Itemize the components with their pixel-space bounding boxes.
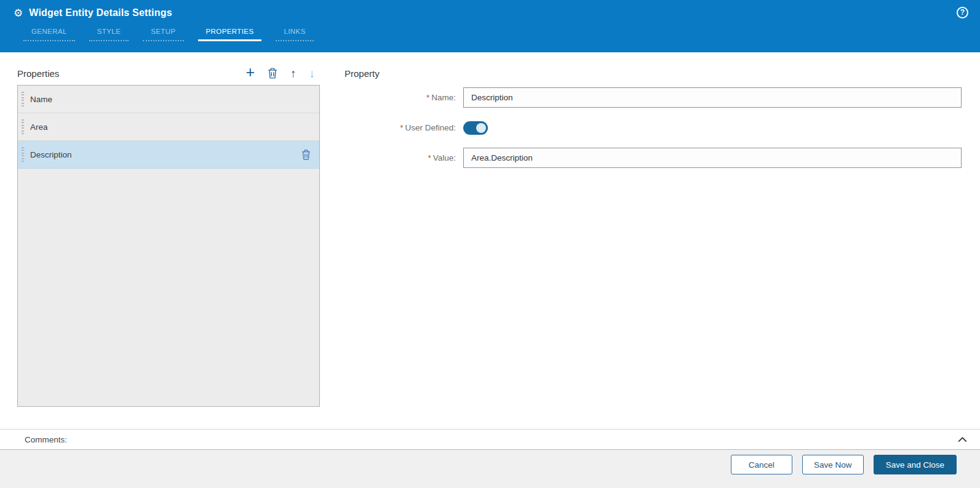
delete-property-button[interactable] — [268, 68, 277, 79]
required-asterisk: * — [428, 153, 431, 162]
value-field[interactable] — [463, 148, 962, 168]
list-item-label: Name — [30, 95, 52, 104]
name-field[interactable] — [463, 87, 962, 108]
list-item-description[interactable]: Description — [18, 141, 319, 169]
tab-general[interactable]: GENERAL — [23, 25, 75, 41]
list-item-label: Description — [30, 150, 72, 159]
drag-handle-icon[interactable] — [22, 119, 24, 134]
move-down-button[interactable]: ↓ — [309, 68, 316, 79]
save-and-close-button[interactable]: Save and Close — [874, 455, 957, 474]
properties-list: Name Area Description — [17, 85, 320, 407]
page-title: Widget Entity Details Settings — [29, 7, 172, 18]
comments-label: Comments: — [25, 435, 67, 444]
properties-toolbar: + ↑ ↓ — [245, 66, 320, 80]
save-now-button[interactable]: Save Now — [802, 455, 864, 474]
name-label: *Name: — [345, 93, 463, 102]
property-form: *Name: *User Defined: *Value: — [345, 87, 962, 178]
user-defined-label: *User Defined: — [345, 123, 463, 132]
list-item-label: Area — [30, 122, 48, 132]
tab-setup[interactable]: SETUP — [143, 25, 183, 41]
title-row: ⚙ Widget Entity Details Settings — [0, 0, 980, 18]
tab-properties[interactable]: PROPERTIES — [198, 25, 262, 41]
move-up-button[interactable]: ↑ — [290, 68, 297, 79]
help-icon[interactable]: ? — [957, 7, 968, 18]
form-row-value: *Value: — [345, 148, 962, 168]
collapse-comments-button[interactable] — [957, 436, 968, 443]
dialog-header: ⚙ Widget Entity Details Settings ? GENER… — [0, 0, 980, 52]
list-item-area[interactable]: Area — [18, 113, 319, 141]
value-label: *Value: — [345, 153, 463, 162]
user-defined-toggle[interactable] — [463, 121, 488, 135]
cancel-button[interactable]: Cancel — [731, 455, 792, 474]
list-item-name[interactable]: Name — [18, 86, 319, 113]
drag-handle-icon[interactable] — [22, 147, 24, 162]
tab-bar: GENERAL STYLE SETUP PROPERTIES LINKS — [23, 25, 980, 41]
properties-title: Properties — [17, 68, 59, 79]
add-property-button[interactable]: + — [245, 65, 255, 80]
footer-bar: Cancel Save Now Save and Close — [0, 450, 980, 488]
trash-icon — [268, 68, 277, 79]
toggle-knob — [476, 123, 486, 133]
required-asterisk: * — [400, 123, 403, 132]
gear-icon: ⚙ — [14, 8, 23, 18]
form-row-user-defined: *User Defined: — [345, 118, 962, 138]
tab-links[interactable]: LINKS — [276, 25, 313, 41]
property-form-title: Property — [345, 68, 380, 79]
chevron-up-icon — [957, 436, 968, 443]
delete-row-button[interactable] — [301, 150, 311, 160]
properties-panel-header: Properties + ↑ ↓ — [17, 64, 320, 82]
drag-handle-icon[interactable] — [22, 92, 24, 106]
tab-style[interactable]: STYLE — [89, 25, 129, 41]
required-asterisk: * — [426, 93, 429, 102]
comments-bar: Comments: — [0, 429, 980, 450]
trash-icon — [301, 150, 311, 160]
form-row-name: *Name: — [345, 87, 962, 108]
